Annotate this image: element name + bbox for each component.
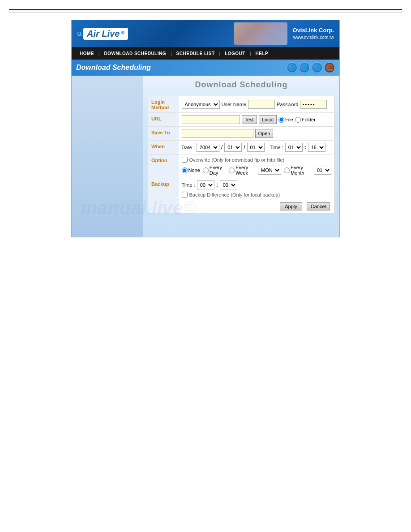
local-button[interactable]: Local (259, 115, 277, 124)
none-radio[interactable] (182, 167, 188, 173)
every-month-radio[interactable] (284, 167, 290, 173)
every-month-label: Every Month (291, 165, 311, 176)
url-controls: Test Local File Folder (179, 113, 335, 127)
globe-icon-3: 🌐 (312, 62, 322, 73)
weekday-select[interactable]: MONTUEWED THUFRISATSUN (258, 166, 281, 175)
url-row: URL Test Local File (148, 113, 335, 127)
time-label: Time : (270, 145, 283, 150)
browser-frame: ⧉ Air Live ® OvisLink Corp. www.ovislink… (71, 20, 340, 237)
backup-row: Backup Time : 000102 : 000102 (148, 178, 335, 200)
airlive-logo: ⧉ Air Live ® (77, 28, 128, 40)
year-select[interactable]: 200420052006 (197, 143, 219, 152)
when-controls: Date : 200420052006 / 01020304 05060708 … (179, 141, 335, 154)
nav-download-scheduling[interactable]: DOWNLOAD SCHEDULING (100, 51, 171, 56)
url-input[interactable] (182, 115, 240, 124)
username-label: User Name (222, 102, 247, 107)
minute-select[interactable]: 00010203 04050607 08091011 12131415 16 (308, 143, 325, 152)
option-controls: Overwrite (Only for download ftp or http… (179, 154, 335, 178)
nav-bar: HOME | DOWNLOAD SCHEDULING | SCHEDULE LI… (72, 47, 339, 60)
ovislink-brand: OvisLink Corp. www.ovislink.com.tw (293, 26, 334, 41)
file-radio[interactable] (278, 117, 284, 123)
form-table: Login Method Anonymous Normal FTP User N… (148, 96, 335, 213)
cancel-button[interactable]: Cancel (307, 202, 330, 210)
backup-label: Backup (148, 178, 179, 200)
content-area: Download Scheduling Login Method Anonymo… (72, 76, 339, 237)
top-rule (9, 9, 402, 10)
every-week-label: Every Week (235, 165, 255, 176)
backup-time-label: Time : (182, 182, 195, 188)
header-banner: ⧉ Air Live ® OvisLink Corp. www.ovislink… (72, 20, 339, 47)
overwrite-checkbox[interactable] (182, 157, 188, 163)
page-title-bar: Download Scheduling 🌐 🌐 🌐 🌐 (72, 60, 339, 76)
file-label: File (285, 117, 293, 122)
globe-icon-2: 🌐 (299, 62, 310, 73)
buttons-row: Apply Cancel (148, 200, 335, 213)
when-row: When Date : 200420052006 / 01020304 (148, 141, 335, 154)
password-input[interactable] (300, 100, 327, 109)
save-to-controls: Open (179, 127, 335, 141)
sub-rule (9, 12, 402, 13)
every-week-radio[interactable] (229, 167, 235, 173)
none-label: None (188, 167, 200, 173)
login-method-controls: Anonymous Normal FTP User Name Password (179, 96, 335, 113)
header-photo (234, 22, 287, 45)
every-day-radio[interactable] (203, 167, 209, 173)
page-title: Download Scheduling (76, 64, 151, 72)
folder-label: Folder (302, 117, 316, 122)
login-method-row: Login Method Anonymous Normal FTP User N… (148, 96, 335, 113)
page-heading: Download Scheduling (143, 80, 339, 90)
month-day-select[interactable]: 01020304 05060708 0910 (314, 166, 331, 175)
save-to-label: Save To (148, 127, 179, 141)
option-row: Option Overwrite (Only for download ftp … (148, 154, 335, 178)
hour-select[interactable]: 00010203 04050607 08091011 12 (285, 143, 303, 152)
open-button[interactable]: Open (255, 129, 274, 138)
date-label: Date : (182, 145, 195, 150)
globe-icon-4: 🌐 (324, 62, 335, 73)
folder-radio[interactable] (295, 117, 301, 123)
backup-diff-checkbox[interactable] (182, 192, 188, 197)
nav-help[interactable]: HELP (251, 51, 273, 56)
save-to-input[interactable] (182, 129, 253, 138)
nav-schedule-list[interactable]: SCHEDULE LIST (172, 51, 219, 56)
option-label: Option (148, 154, 179, 178)
buttons-cell: Apply Cancel (179, 200, 335, 213)
buttons-empty-cell (148, 200, 179, 213)
test-button[interactable]: Test (242, 115, 257, 124)
header-right: OvisLink Corp. www.ovislink.com.tw (234, 22, 334, 45)
logo-text: Air Live (87, 29, 120, 39)
nav-logout[interactable]: LOGOUT (220, 51, 250, 56)
apply-button[interactable]: Apply (280, 202, 302, 210)
every-day-label: Every Day (210, 165, 226, 176)
backup-minute-select[interactable]: 000102 (220, 180, 237, 189)
login-method-select[interactable]: Anonymous Normal FTP (182, 100, 220, 109)
month-select[interactable]: 01020304 05060708 09101112 (224, 143, 242, 152)
username-input[interactable] (248, 100, 275, 109)
when-label: When (148, 141, 179, 154)
backup-diff-label: Backup Difference (Only for local backup… (189, 192, 280, 197)
url-label: URL (148, 113, 179, 127)
main-panel: Download Scheduling Login Method Anonymo… (143, 76, 339, 237)
left-sidebar (72, 76, 143, 237)
globe-icons: 🌐 🌐 🌐 🌐 (287, 62, 335, 73)
login-method-label: Login Method (148, 96, 179, 113)
day-select[interactable]: 01020304 05060708 0910 (247, 143, 265, 152)
globe-icon-1: 🌐 (287, 62, 297, 73)
backup-hour-select[interactable]: 000102 (197, 180, 214, 189)
password-label: Password (277, 102, 298, 107)
save-to-row: Save To Open (148, 127, 335, 141)
backup-controls: Time : 000102 : 000102 (179, 178, 335, 200)
overwrite-label: Overwrite (Only for download ftp or http… (189, 157, 285, 163)
wifi-icon: ⧉ (77, 30, 81, 38)
page-wrapper: ⧉ Air Live ® OvisLink Corp. www.ovislink… (0, 0, 411, 532)
nav-home[interactable]: HOME (75, 51, 98, 56)
